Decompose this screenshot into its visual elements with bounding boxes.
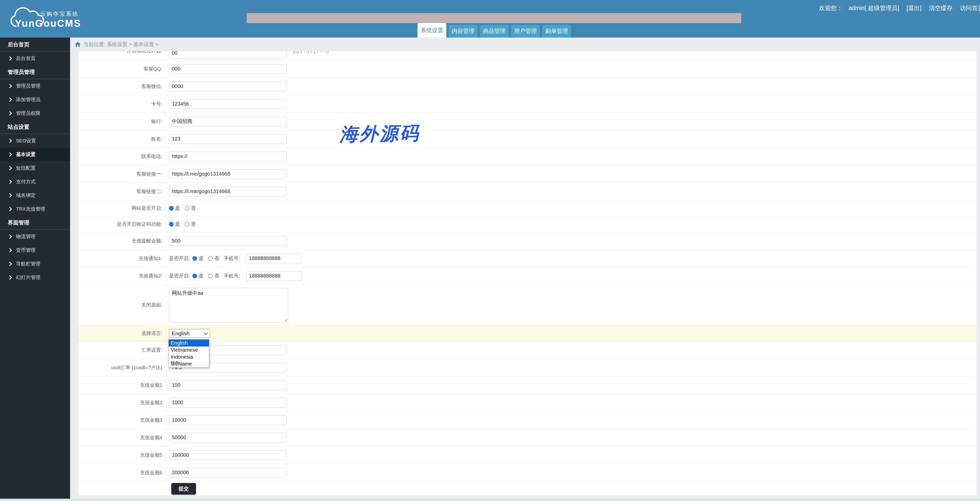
- form-label: 卡号:: [78, 95, 167, 113]
- sidebar-item-payment-methods[interactable]: 支付方式: [0, 175, 70, 188]
- radio-label[interactable]: 是: [199, 255, 204, 262]
- settings-form-panel: 开奖揭晓允许数: 00 (0)/1 · 0 / 1 / ? · 0 客服QQ:0…: [78, 51, 977, 496]
- radio-label[interactable]: 否: [214, 255, 219, 262]
- sidebar-item-sms-config[interactable]: 短信配置: [0, 161, 70, 175]
- sidebar-item-logistics[interactable]: 物流管理: [0, 230, 70, 243]
- sidebar-section-title: 管理员管理: [0, 65, 70, 79]
- radio-label[interactable]: 否: [191, 221, 196, 227]
- radio-selected[interactable]: [192, 274, 197, 278]
- form-label: 充值金额4: [78, 429, 167, 446]
- radio-unselected[interactable]: [185, 222, 189, 227]
- tab-bar: 系统设置内容管理商品管理用户管理刷单管理: [417, 23, 571, 38]
- sidebar-item-add-admin[interactable]: 添加管理员: [0, 93, 70, 107]
- text-input[interactable]: 中国招商: [169, 117, 287, 126]
- text-input[interactable]: 1000: [169, 398, 287, 407]
- breadcrumb-text: 当前位置: 系统设置 > 基本设置 >: [83, 41, 158, 48]
- sidebar-item-slideshow[interactable]: 幻灯片管理: [0, 270, 70, 284]
- text-input[interactable]: 200000: [169, 468, 287, 477]
- language-option[interactable]: Indonesia: [169, 353, 209, 360]
- logout-link[interactable]: [退出]: [906, 5, 921, 11]
- form-value: 500: [167, 232, 977, 250]
- text-input[interactable]: 0000: [169, 82, 287, 91]
- sidebar-item-label: 管理员管理: [16, 83, 40, 89]
- form-label-text: 关闭原因:: [142, 302, 162, 309]
- sidebar-item-seo-settings[interactable]: SEO设置: [0, 134, 70, 148]
- text-input[interactable]: 123: [169, 134, 287, 144]
- form-row-text: 客服微信:0000: [78, 78, 977, 95]
- chevron-right-icon: [8, 138, 12, 143]
- text-input[interactable]: 000: [169, 64, 287, 74]
- sidebar-item-admin-permissions[interactable]: 管理员权限: [0, 107, 70, 120]
- sidebar-item-currency[interactable]: 货币管理: [0, 243, 70, 257]
- sidebar-item-navbar[interactable]: 导航栏管理: [0, 257, 70, 270]
- clear-cache-link[interactable]: 清空缓存: [929, 5, 953, 11]
- text-input[interactable]: https://t.me/gogo1314668: [169, 187, 287, 196]
- language-select[interactable]: English: [169, 329, 210, 338]
- form-label: 选择语言:: [78, 325, 167, 341]
- close-reason-textarea[interactable]: 网站升级中aa: [169, 288, 288, 322]
- input-value: 1000: [172, 399, 183, 406]
- radio-selected[interactable]: [169, 222, 173, 227]
- text-input[interactable]: https://t.me/gogo1314668: [169, 169, 287, 179]
- form-label-text: 充值金额5: [140, 452, 162, 458]
- text-input[interactable]: 100000: [169, 450, 287, 460]
- text-input[interactable]: 50000: [169, 433, 287, 442]
- notice-bar: [247, 13, 741, 23]
- text-input[interactable]: 100: [169, 380, 287, 390]
- form-label-text: 汇率设置:: [142, 347, 162, 353]
- sidebar-item-domain-binding[interactable]: 域名绑定: [0, 188, 70, 202]
- input-value: 200000: [172, 469, 189, 476]
- text-input[interactable]: 00: [169, 51, 287, 59]
- radio-label[interactable]: 是: [175, 221, 180, 227]
- form-value: 是否开启:是否手机号:18888888888: [167, 250, 977, 267]
- language-option[interactable]: हिंदीName: [169, 360, 209, 367]
- form-value: 网站升级中aa: [167, 285, 977, 325]
- radio-label[interactable]: 是: [175, 205, 180, 212]
- radio-unselected[interactable]: [208, 256, 213, 261]
- home-icon[interactable]: [75, 41, 81, 47]
- tab-system-settings[interactable]: 系统设置: [417, 23, 446, 38]
- visit-site-link[interactable]: 访问首页: [960, 5, 980, 11]
- input-value: 10000: [172, 417, 186, 423]
- form-row-select: 选择语言:English: [78, 325, 977, 341]
- submit-button[interactable]: 提交: [171, 483, 196, 495]
- radio-selected[interactable]: [192, 256, 197, 261]
- sidebar-item-trx-recharge[interactable]: TRX充值管理: [0, 202, 70, 216]
- tab-order-brush-management[interactable]: 刷单管理: [542, 25, 571, 38]
- chevron-right-icon: [8, 262, 12, 266]
- submit-label: 提交: [178, 485, 189, 492]
- radio-unselected[interactable]: [208, 274, 213, 278]
- radio-label[interactable]: 否: [191, 205, 196, 212]
- tab-user-management[interactable]: 用户管理: [511, 25, 540, 38]
- radio-label[interactable]: 否: [214, 273, 219, 279]
- chevron-right-icon: [8, 152, 12, 156]
- text-input[interactable]: 123456: [169, 99, 287, 109]
- radio-selected[interactable]: [169, 206, 173, 211]
- form-label-text: 充值金额3: [140, 417, 162, 423]
- welcome-bar: 欢迎您： admin[ 超级管理员] [退出] 清空缓存 访问首页: [819, 4, 980, 12]
- phone-input[interactable]: 18888888888: [246, 271, 301, 281]
- chevron-right-icon: [8, 56, 12, 60]
- tab-product-management[interactable]: 商品管理: [480, 25, 509, 38]
- sidebar-item-basic-settings[interactable]: 基本设置: [0, 148, 70, 161]
- form-row-text: 充值提醒金额:500: [78, 232, 977, 250]
- input-value: 00: [172, 51, 177, 56]
- form-label: 充值金额5: [78, 447, 167, 464]
- language-option[interactable]: English: [169, 340, 209, 347]
- form-label: usdt汇率:(1usdt=?卢比): [78, 359, 167, 376]
- sidebar-item-dashboard[interactable]: 后台首页: [0, 51, 70, 65]
- text-input[interactable]: 500: [169, 236, 287, 246]
- chevron-right-icon: [8, 248, 12, 252]
- footer-band: [0, 499, 980, 501]
- tab-content-management[interactable]: 内容管理: [449, 25, 477, 38]
- language-option[interactable]: Vietnamese: [169, 347, 209, 353]
- text-input[interactable]: 10000: [169, 415, 287, 425]
- phone-input[interactable]: 18888888888: [246, 254, 301, 263]
- form-label: 关闭原因:: [78, 285, 167, 325]
- text-input[interactable]: https://: [169, 152, 287, 161]
- radio-unselected[interactable]: [185, 206, 189, 211]
- sidebar-item-admin-management[interactable]: 管理员管理: [0, 79, 70, 93]
- form-row-text: 客服链接二:https://t.me/gogo1314668: [78, 183, 977, 200]
- radio-label[interactable]: 是: [199, 273, 204, 279]
- sidebar-item-label: 基本设置: [16, 151, 35, 158]
